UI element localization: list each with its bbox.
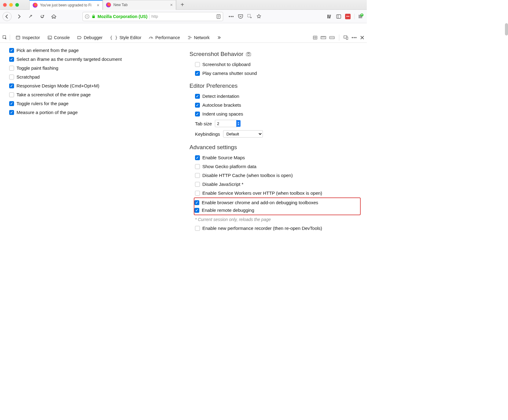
editor-option[interactable]: Autoclose brackets bbox=[195, 101, 361, 109]
responsive-design-icon[interactable] bbox=[344, 35, 348, 40]
checkbox[interactable] bbox=[195, 62, 200, 67]
window-controls bbox=[3, 3, 19, 7]
checkbox-label: Autoclose brackets bbox=[202, 102, 241, 108]
advanced-option[interactable]: Enable new performance recorder (then re… bbox=[195, 224, 361, 233]
checkbox[interactable] bbox=[195, 164, 200, 169]
reader-mode-icon[interactable] bbox=[216, 14, 221, 19]
home-button[interactable] bbox=[50, 12, 58, 21]
advanced-option[interactable]: Enable Source Maps bbox=[195, 153, 361, 162]
extension-badge[interactable]: ••• bbox=[345, 14, 351, 19]
section-heading-editor: Editor Preferences bbox=[190, 83, 361, 89]
meatballs-icon[interactable]: ••• bbox=[229, 14, 234, 19]
bookmark-star-icon[interactable] bbox=[256, 14, 262, 19]
checkbox-label: Toggle rulers for the page bbox=[17, 101, 68, 106]
panel-tab-network[interactable]: Network bbox=[184, 32, 213, 43]
chevron-double-right-icon bbox=[217, 35, 221, 40]
field-label: Keybindings bbox=[195, 131, 220, 137]
browser-tab[interactable]: New Tab × bbox=[103, 0, 176, 10]
checkbox[interactable] bbox=[9, 83, 14, 88]
checkbox[interactable] bbox=[9, 75, 14, 79]
advanced-option[interactable]: Disable HTTP Cache (when toolbox is open… bbox=[195, 171, 361, 180]
panel-tab-debugger[interactable]: Debugger bbox=[74, 32, 106, 43]
panel-label: Performance bbox=[155, 35, 180, 40]
toolbox-button-option[interactable]: Measure a portion of the page bbox=[9, 108, 180, 117]
forward-button[interactable] bbox=[15, 12, 23, 21]
checkbox-label: Show Gecko platform data bbox=[202, 164, 256, 169]
pocket-icon[interactable] bbox=[238, 14, 243, 19]
panel-tab-inspector[interactable]: Inspector bbox=[13, 32, 43, 43]
checkbox[interactable] bbox=[195, 226, 200, 231]
checkbox[interactable] bbox=[195, 173, 200, 178]
sidebar-icon[interactable] bbox=[336, 14, 341, 19]
toolbox-button-option[interactable]: Select an iframe as the currently target… bbox=[9, 55, 180, 64]
toolbox-button-option[interactable]: Pick an element from the page bbox=[9, 46, 180, 55]
panel-tab-performance[interactable]: Performance bbox=[145, 32, 183, 43]
new-tab-button[interactable]: + bbox=[176, 0, 188, 10]
element-picker-icon[interactable] bbox=[2, 35, 7, 40]
right-column: Screenshot Behavior Screenshot to clipbo… bbox=[190, 46, 361, 233]
minimize-window-button[interactable] bbox=[9, 3, 13, 7]
screenshot-icon[interactable] bbox=[247, 14, 252, 19]
checkbox-label: Responsive Design Mode (Cmd+Opt+M) bbox=[17, 83, 99, 88]
checkbox[interactable] bbox=[9, 57, 14, 62]
zoom-window-button[interactable] bbox=[15, 3, 19, 7]
checkbox-label: Enable remote debugging bbox=[202, 208, 254, 213]
checkbox-label: Play camera shutter sound bbox=[202, 71, 257, 76]
editor-option[interactable]: Indent using spaces bbox=[195, 109, 361, 118]
editor-option[interactable]: Detect indentation bbox=[195, 92, 361, 101]
url-bar[interactable]: Mozilla Corporation (US) http bbox=[83, 12, 223, 21]
reload-button[interactable] bbox=[38, 12, 46, 21]
close-tab-icon[interactable]: × bbox=[170, 2, 173, 7]
ruler-icon[interactable] bbox=[321, 35, 326, 40]
screenshot-option[interactable]: Play camera shutter sound bbox=[195, 69, 361, 78]
toolbox-button-option[interactable]: Scratchpad bbox=[9, 72, 180, 81]
checkbox[interactable] bbox=[9, 66, 14, 71]
panel-label: Network bbox=[194, 35, 210, 40]
iframe-selector-icon[interactable] bbox=[313, 35, 318, 40]
checkbox[interactable] bbox=[195, 182, 200, 187]
checkbox[interactable] bbox=[9, 48, 14, 53]
advanced-option[interactable]: Enable Service Workers over HTTP (when t… bbox=[195, 189, 361, 197]
checkbox[interactable] bbox=[194, 200, 199, 205]
toolbox-button-option[interactable]: Responsive Design Mode (Cmd+Opt+M) bbox=[9, 81, 180, 90]
checkbox[interactable] bbox=[9, 110, 14, 115]
close-window-button[interactable] bbox=[3, 3, 7, 7]
tab-size-input[interactable] bbox=[215, 120, 238, 127]
navigation-toolbar: Mozilla Corporation (US) http ••• ••• bbox=[0, 10, 367, 23]
checkbox[interactable] bbox=[195, 191, 200, 196]
advanced-option[interactable]: Show Gecko platform data bbox=[195, 162, 361, 171]
panel-overflow[interactable] bbox=[214, 32, 224, 43]
panel-tab-console[interactable]: Console bbox=[44, 32, 73, 43]
close-icon[interactable] bbox=[360, 35, 364, 40]
checkbox[interactable] bbox=[195, 103, 200, 108]
checkbox[interactable] bbox=[195, 112, 200, 116]
checkbox[interactable] bbox=[195, 94, 200, 99]
footnote: * Current session only, reloads the page bbox=[190, 215, 361, 224]
advanced-option[interactable]: Disable JavaScript * bbox=[195, 180, 361, 189]
library-icon[interactable] bbox=[327, 14, 332, 19]
firefox-favicon-icon bbox=[106, 2, 111, 7]
screenshot-option[interactable]: Screenshot to clipboard bbox=[195, 60, 361, 69]
advanced-option[interactable]: Enable browser chrome and add-on debuggi… bbox=[194, 199, 359, 206]
meatballs-icon[interactable]: ••• bbox=[352, 35, 357, 40]
checkbox[interactable] bbox=[9, 101, 14, 106]
checkbox[interactable] bbox=[195, 155, 200, 160]
advanced-option[interactable]: Enable remote debugging bbox=[194, 206, 359, 214]
panel-tab-style-editor[interactable]: { } Style Editor bbox=[107, 32, 144, 43]
info-icon[interactable] bbox=[85, 14, 90, 19]
toolbox-button-option[interactable]: Toggle rulers for the page bbox=[9, 99, 180, 108]
checkbox[interactable] bbox=[194, 208, 199, 213]
stepper-icon[interactable]: ▲▼ bbox=[236, 120, 241, 127]
toolbox-button-option[interactable]: Take a screenshot of the entire page bbox=[9, 90, 180, 99]
developer-button[interactable] bbox=[26, 12, 35, 21]
keybindings-select[interactable]: Default bbox=[223, 130, 263, 138]
measure-icon[interactable] bbox=[329, 36, 335, 39]
browser-tab-active[interactable]: You've just been upgraded to Fi × bbox=[29, 0, 103, 10]
camera-icon bbox=[246, 52, 251, 57]
home-icon bbox=[51, 14, 57, 19]
checkbox[interactable] bbox=[195, 71, 200, 76]
toolbox-button-option[interactable]: Toggle paint flashing bbox=[9, 64, 180, 72]
close-tab-icon[interactable]: × bbox=[97, 3, 99, 8]
checkbox[interactable] bbox=[9, 92, 14, 97]
back-button[interactable] bbox=[2, 12, 12, 21]
